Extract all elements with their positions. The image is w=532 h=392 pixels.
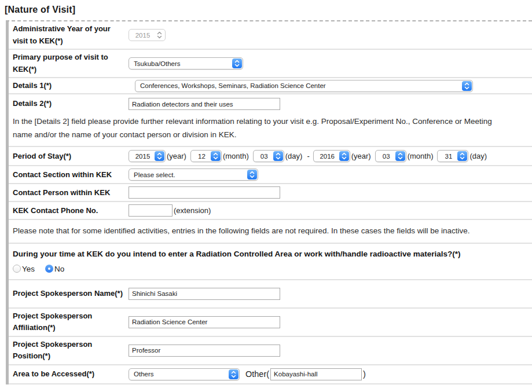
chevron-updown-icon xyxy=(339,151,349,161)
row-admin-year: Administrative Year of your visit to KEK… xyxy=(9,21,532,50)
from-month-select[interactable]: 12 xyxy=(190,150,222,162)
row-area-accessed: Area to be Accessed(*) Others Other( ) xyxy=(9,365,532,384)
spokesperson-position-label: Project Spokesperson Position(*) xyxy=(13,339,129,362)
details2-input[interactable] xyxy=(129,98,280,110)
row-spokesperson-name: Project Spokesperson Name(*) xyxy=(9,280,532,309)
nature-of-visit-form: Administrative Year of your visit to KEK… xyxy=(6,20,532,384)
row-contact-person: Contact Person within KEK xyxy=(9,184,532,202)
contact-section-label: Contact Section within KEK xyxy=(13,169,129,181)
radiation-question-text: During your time at KEK do you intend to… xyxy=(13,250,461,258)
year-suffix: (year) xyxy=(351,152,371,160)
page-title: [Nature of Visit] xyxy=(0,0,532,20)
from-day-select[interactable]: 03 xyxy=(253,150,284,162)
chevron-updown-icon xyxy=(395,151,405,161)
other-suffix: ) xyxy=(363,369,366,379)
chevron-updown-icon xyxy=(457,151,467,161)
to-month-value: 03 xyxy=(383,153,390,160)
area-accessed-value: Others xyxy=(134,371,154,378)
admin-year-select: 2015 xyxy=(129,29,166,41)
to-year-value: 2016 xyxy=(320,153,335,160)
row-details1: Details 1(*) Conferences, Workshops, Sem… xyxy=(9,78,532,94)
row-primary-purpose: Primary purpose of visit to KEK(*) Tsuku… xyxy=(9,50,532,78)
radio-unchecked-icon xyxy=(13,265,21,273)
primary-purpose-label: Primary purpose of visit to KEK(*) xyxy=(13,52,129,75)
primary-purpose-select[interactable]: Tsukuba/Others xyxy=(129,57,243,69)
from-year-select[interactable]: 2015 xyxy=(129,150,166,162)
chevron-updown-icon xyxy=(229,369,239,379)
year-suffix: (year) xyxy=(167,152,186,160)
to-year-select[interactable]: 2016 xyxy=(313,150,350,162)
radio-checked-icon xyxy=(45,265,53,273)
spokesperson-affiliation-label: Project Spokesperson Affiliation(*) xyxy=(13,310,129,334)
admin-year-value: 2015 xyxy=(135,32,151,39)
radio-yes-label: Yes xyxy=(22,265,35,273)
spokesperson-name-input[interactable] xyxy=(129,288,280,300)
row-period-of-stay: Period of Stay(*) 2015 (year) 12 (month)… xyxy=(9,147,532,166)
from-year-value: 2015 xyxy=(135,153,151,160)
admin-year-label: Administrative Year of your visit to KEK… xyxy=(13,23,129,46)
chevron-updown-icon xyxy=(155,151,164,161)
row-inactive-note: Please note that for some identified act… xyxy=(9,220,532,243)
month-suffix: (month) xyxy=(223,152,249,160)
contact-person-input[interactable] xyxy=(129,186,280,199)
row-spokesperson-affiliation: Project Spokesperson Affiliation(*) xyxy=(9,309,532,337)
radio-no-label: No xyxy=(54,265,64,273)
area-other-input[interactable] xyxy=(270,368,362,380)
extension-suffix: (extension) xyxy=(174,206,211,215)
row-details2-group: Details 2(*) In the [Details 2] field pl… xyxy=(9,94,532,147)
row-details2: Details 2(*) xyxy=(9,94,532,113)
period-label: Period of Stay(*) xyxy=(13,151,129,162)
chevron-updown-icon xyxy=(273,151,283,161)
row-contact-section: Contact Section within KEK Please select… xyxy=(9,166,532,184)
spokesperson-affiliation-input[interactable] xyxy=(129,316,280,328)
details2-label: Details 2(*) xyxy=(13,98,129,109)
details1-select[interactable]: Conferences, Workshops, Seminars, Radiat… xyxy=(135,80,473,92)
to-day-select[interactable]: 31 xyxy=(437,150,468,162)
contact-section-select[interactable]: Please select. xyxy=(129,168,258,181)
row-contact-phone: KEK Contact Phone No. (extension) xyxy=(9,202,532,220)
details1-label: Details 1(*) xyxy=(13,80,129,91)
inactive-note-text: Please note that for some identified act… xyxy=(9,220,518,242)
from-month-value: 12 xyxy=(198,153,206,160)
chevron-updown-icon xyxy=(232,58,242,68)
area-accessed-select[interactable]: Others xyxy=(129,368,240,380)
from-day-value: 03 xyxy=(261,153,268,160)
to-month-select[interactable]: 03 xyxy=(375,150,406,162)
area-accessed-label: Area to be Accessed(*) xyxy=(13,368,129,380)
chevron-updown-icon xyxy=(155,30,164,40)
chevron-updown-icon xyxy=(211,151,221,161)
day-suffix: (day) xyxy=(469,152,487,160)
primary-purpose-value: Tsukuba/Others xyxy=(134,60,181,67)
spokesperson-name-label: Project Spokesperson Name(*) xyxy=(13,288,129,299)
contact-section-value: Please select. xyxy=(134,171,175,178)
day-suffix: (day) xyxy=(285,152,303,160)
chevron-updown-icon xyxy=(247,170,257,179)
spokesperson-position-input[interactable] xyxy=(129,345,280,357)
row-radiation-question: During your time at KEK do you intend to… xyxy=(9,244,532,280)
radio-option-yes[interactable]: Yes xyxy=(13,265,35,273)
chevron-updown-icon xyxy=(462,81,472,91)
radio-option-no[interactable]: No xyxy=(45,265,64,273)
contact-phone-label: KEK Contact Phone No. xyxy=(13,205,129,217)
to-day-value: 31 xyxy=(445,153,453,160)
month-suffix: (month) xyxy=(408,152,434,160)
row-spokesperson-position: Project Spokesperson Position(*) xyxy=(9,337,532,365)
contact-phone-input[interactable] xyxy=(129,204,173,217)
range-separator: - xyxy=(307,152,309,160)
details2-note: In the [Details 2] field please provide … xyxy=(9,113,518,146)
other-prefix: Other( xyxy=(245,369,269,379)
details1-value: Conferences, Workshops, Seminars, Radiat… xyxy=(140,82,326,89)
radiation-radio-group: Yes No xyxy=(13,265,64,273)
contact-person-label: Contact Person within KEK xyxy=(13,187,129,199)
